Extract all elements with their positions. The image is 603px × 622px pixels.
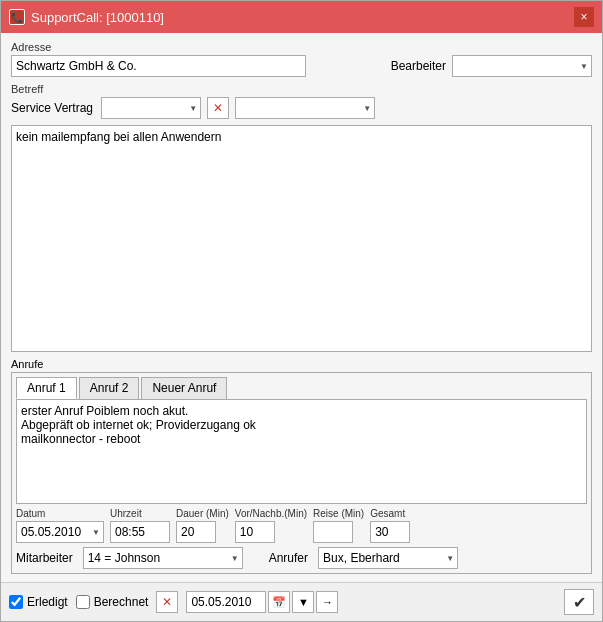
uhrzeit-input[interactable] — [110, 521, 170, 543]
vor-nachb-group: Vor/Nachb.(Min) — [235, 508, 307, 543]
dauer-group: Dauer (Min) — [176, 508, 229, 543]
adresse-input[interactable] — [11, 55, 306, 77]
vor-nachb-input[interactable] — [235, 521, 275, 543]
mitarbeiter-dropdown-container: 14 = Johnson — [83, 547, 243, 569]
date-arrow-button[interactable]: ▼ — [292, 591, 314, 613]
tab-content: erster Anruf Poiblem noch akut. Abgepräf… — [16, 399, 587, 505]
app-icon: 📞 — [9, 9, 25, 25]
bearbeiter-row: Bearbeiter — [391, 55, 592, 77]
reise-group: Reise (Min) — [313, 508, 364, 543]
reise-label: Reise (Min) — [313, 508, 364, 519]
betreff-clear-button[interactable]: ✕ — [207, 97, 229, 119]
footer: Erledigt Berechnet ✕ 📅 ▼ → ✔ — [1, 582, 602, 621]
anrufer-dropdown[interactable]: Bux, Eberhard — [318, 547, 458, 569]
gesamt-group: Gesamt — [370, 508, 410, 543]
uhrzeit-label: Uhrzeit — [110, 508, 170, 519]
vor-nachb-label: Vor/Nachb.(Min) — [235, 508, 307, 519]
dauer-input[interactable] — [176, 521, 216, 543]
betreff-type-text: Service Vertrag — [11, 101, 93, 115]
footer-date-container: 📅 ▼ → — [186, 591, 338, 613]
anrufe-section-label: Anrufe — [11, 358, 592, 372]
mitarbeiter-label: Mitarbeiter — [16, 551, 73, 565]
tabs-row: Anruf 1 Anruf 2 Neuer Anruf — [12, 373, 591, 399]
calendar-button[interactable]: 📅 — [268, 591, 290, 613]
gesamt-label: Gesamt — [370, 508, 410, 519]
call-notes-textarea[interactable]: erster Anruf Poiblem noch akut. Abgepräf… — [21, 404, 582, 500]
betreff-label: Betreff — [11, 83, 592, 95]
adresse-row: Bearbeiter — [11, 55, 592, 77]
tab-anruf1[interactable]: Anruf 1 — [16, 377, 77, 399]
tab-anruf2[interactable]: Anruf 2 — [79, 377, 140, 399]
betreff-sub-dropdown[interactable] — [101, 97, 201, 119]
betreff-section: Betreff Service Vertrag ✕ — [11, 83, 592, 119]
window-title: SupportCall: [1000110] — [31, 10, 164, 25]
berechnet-label[interactable]: Berechnet — [76, 595, 149, 609]
anrufe-wrapper: Anrufe Anruf 1 Anruf 2 Neuer Anruf — [11, 358, 592, 575]
betreff-text-area[interactable]: kein mailempfang bei allen Anwendern — [11, 125, 592, 352]
anrufer-dropdown-container: Bux, Eberhard — [318, 547, 458, 569]
betreff-extra-dropdown[interactable] — [235, 97, 375, 119]
gesamt-input[interactable] — [370, 521, 410, 543]
close-button[interactable]: × — [574, 7, 594, 27]
datum-dropdown[interactable]: 05.05.2010 — [16, 521, 104, 543]
anrufer-label: Anrufer — [269, 551, 308, 565]
tab-neuer-anruf[interactable]: Neuer Anruf — [141, 377, 227, 399]
bearbeiter-label: Bearbeiter — [391, 59, 446, 73]
dauer-label: Dauer (Min) — [176, 508, 229, 519]
footer-clear-button[interactable]: ✕ — [156, 591, 178, 613]
erledigt-label[interactable]: Erledigt — [9, 595, 68, 609]
adresse-section: Adresse Bearbeiter — [11, 41, 592, 77]
adresse-label: Adresse — [11, 41, 592, 53]
main-content: Adresse Bearbeiter Betreff Service Vertr… — [1, 33, 602, 582]
betreff-row: Service Vertrag ✕ — [11, 97, 592, 119]
datum-dropdown-container: 05.05.2010 — [16, 521, 104, 543]
bearbeiter-dropdown-container — [452, 55, 592, 77]
uhrzeit-group: Uhrzeit — [110, 508, 170, 543]
bearbeiter-dropdown[interactable] — [452, 55, 592, 77]
call-fields: Datum 05.05.2010 Uhrzeit Dauer (Min) — [12, 504, 591, 545]
titlebar-left: 📞 SupportCall: [1000110] — [9, 9, 164, 25]
footer-date-input[interactable] — [186, 591, 266, 613]
berechnet-checkbox[interactable] — [76, 595, 90, 609]
mitarbeiter-row: Mitarbeiter 14 = Johnson Anrufer Bux, Eb… — [12, 545, 591, 573]
mitarbeiter-dropdown[interactable]: 14 = Johnson — [83, 547, 243, 569]
confirm-button[interactable]: ✔ — [564, 589, 594, 615]
datum-label: Datum — [16, 508, 104, 519]
betreff-extra-dropdown-container — [235, 97, 375, 119]
titlebar: 📞 SupportCall: [1000110] × — [1, 1, 602, 33]
datum-group: Datum 05.05.2010 — [16, 508, 104, 543]
anrufe-section: Anruf 1 Anruf 2 Neuer Anruf erster Anruf… — [11, 372, 592, 575]
erledigt-checkbox[interactable] — [9, 595, 23, 609]
main-window: 📞 SupportCall: [1000110] × Adresse Bearb… — [0, 0, 603, 622]
date-nav-button[interactable]: → — [316, 591, 338, 613]
betreff-sub-dropdown-container — [101, 97, 201, 119]
reise-input[interactable] — [313, 521, 353, 543]
